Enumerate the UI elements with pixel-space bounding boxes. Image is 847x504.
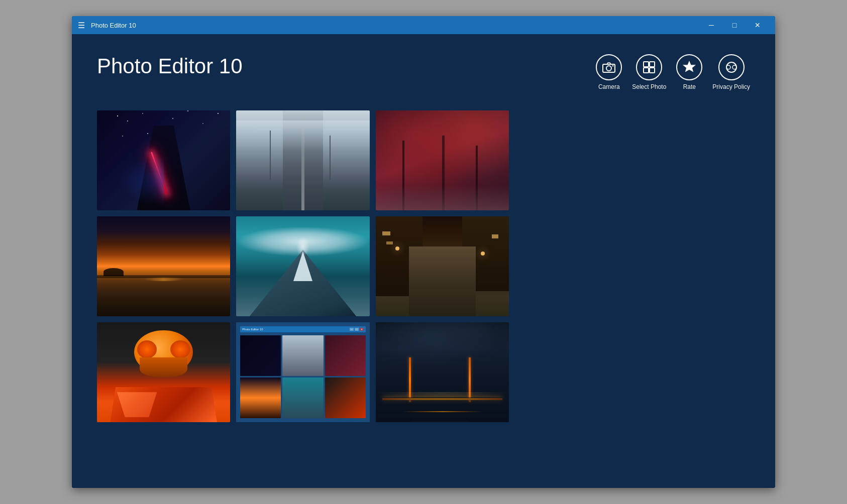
toolbar-privacy-policy[interactable]: Privacy Policy [712,54,750,90]
maximize-button[interactable]: □ [723,16,746,34]
select-photo-label: Select Photo [632,83,666,90]
photo-grid: Photo Editor 10 ─ □ ✕ [97,110,509,422]
svg-point-1 [606,66,611,71]
toolbar-camera[interactable]: Camera [596,54,622,90]
privacy-policy-label: Privacy Policy [712,83,750,90]
main-content: Photo Editor 10 Camera [72,34,775,488]
photo-item-5[interactable] [236,216,369,316]
photo-item-9[interactable] [376,322,509,422]
select-photo-icon [636,54,662,80]
svg-point-9 [726,65,730,69]
photo-item-7[interactable] [97,322,230,422]
svg-point-10 [732,65,736,69]
svg-rect-5 [644,68,649,73]
svg-rect-4 [650,62,655,67]
app-header: Photo Editor 10 Camera [97,54,750,90]
camera-label: Camera [598,83,620,90]
close-button[interactable]: ✕ [746,16,769,34]
camera-icon [596,54,622,80]
app-title: Photo Editor 10 [97,54,243,78]
titlebar: ☰ Photo Editor 10 ─ □ ✕ [72,16,775,34]
photo-item-3[interactable] [376,110,509,210]
minimize-button[interactable]: ─ [700,16,723,34]
photo-item-2[interactable] [236,110,369,210]
svg-rect-6 [650,68,655,73]
photo-item-8[interactable]: Photo Editor 10 ─ □ ✕ [236,322,369,422]
photo-item-6[interactable] [376,216,509,316]
svg-rect-3 [644,62,649,67]
rate-label: Rate [683,83,696,90]
app-window: ☰ Photo Editor 10 ─ □ ✕ Photo Editor 10 [72,16,775,488]
toolbar-select-photo[interactable]: Select Photo [632,54,666,90]
rate-icon [676,54,702,80]
photo-item-4[interactable] [97,216,230,316]
toolbar: Camera Select Photo [596,54,750,90]
window-controls: ─ □ ✕ [700,16,769,34]
photo-item-1[interactable] [97,110,230,210]
titlebar-title: Photo Editor 10 [91,22,700,29]
svg-point-8 [726,62,736,72]
svg-point-2 [612,65,614,67]
svg-marker-7 [684,62,695,71]
toolbar-rate[interactable]: Rate [676,54,702,90]
hamburger-menu[interactable]: ☰ [78,21,85,30]
privacy-policy-icon [718,54,745,80]
